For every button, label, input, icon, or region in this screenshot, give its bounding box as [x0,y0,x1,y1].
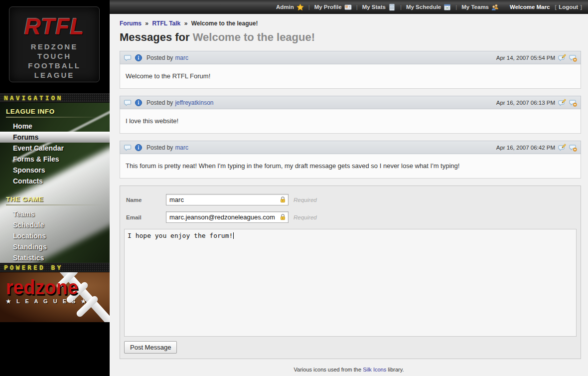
footer-text: library. [386,367,404,373]
main-content: Forums » RTFL Talk » Welcome to the leag… [110,14,588,376]
post-body: Welcome to the RTFL Forum! [120,64,581,89]
topbar-separator: | [400,4,402,10]
page-title: Messages for Welcome to the league! [120,31,581,44]
email-label: Email [126,214,166,220]
rtfl-logo[interactable]: RTFL REDZONE TOUCH FOOTBALL LEAGUE [9,6,100,82]
sidebar-item-forms-files[interactable]: Forms & Files [0,154,110,165]
footer: Various icons used from the Silk Icons l… [110,365,588,376]
sidebar-nav: LEAGUE INFO Home Forums Event Calendar F… [0,103,110,263]
topbar: Admin | My Profile | My Stats | My Sched… [110,0,588,14]
vcard-icon [344,3,352,11]
redzone-sub: ★ L E A G U E S ★ [6,298,88,305]
section-title-the-game: THE GAME [6,195,110,203]
breadcrumb-separator: » [184,20,188,27]
redzone-wordmark: redzone ★ L E A G U E S ★ [6,278,88,305]
message-textarea[interactable]: I hope you enjoy the forum! [124,229,577,337]
bracket: ] [580,4,582,10]
sidebar-item-event-calendar[interactable]: Event Calendar [0,143,110,154]
comment-delete-icon[interactable] [569,144,577,152]
breadcrumb-link-forums[interactable]: Forums [120,20,142,27]
sidebar-item-sponsors[interactable]: Sponsors [0,165,110,176]
comment-icon[interactable] [124,99,132,107]
sidebar-item-standings[interactable]: Standings [0,241,110,252]
breadcrumb-current: Welcome to the league! [191,20,258,27]
topbar-item-my-teams[interactable]: My Teams [461,3,499,11]
sidebar-item-contacts[interactable]: Contacts [0,176,110,187]
logout-label: Logout [559,4,578,10]
sidebar-field-background: LEAGUE INFO Home Forums Event Calendar F… [0,103,110,263]
sidebar-item-forums[interactable]: Forums [0,132,110,143]
navigation-banner: NAVIGATION [0,93,110,102]
topbar-item-my-profile[interactable]: My Profile [314,3,352,11]
forum-post: Posted by marc Apr 16, 2007 06:42 PM Thi… [120,141,581,179]
posted-by-label: Posted by [147,54,173,61]
footer-line-icons: Various icons used from the Silk Icons l… [110,365,588,375]
post-date: Apr 16, 2007 06:13 PM [496,100,555,106]
redzone-leagues-logo[interactable]: redzone ★ L E A G U E S ★ [0,272,110,322]
powered-by-banner: POWERED BY [0,263,110,272]
post-header: Posted by marc Apr 16, 2007 06:42 PM [120,141,581,154]
post-header: Posted by jeffreyatkinson Apr 16, 2007 0… [120,96,581,109]
comment-delete-icon[interactable] [569,99,577,107]
info-icon[interactable] [135,99,143,107]
calendar-icon [443,3,451,11]
post-date: Apr 16, 2007 06:42 PM [496,145,555,151]
email-input[interactable] [166,211,289,223]
breadcrumb: Forums » RTFL Talk » Welcome to the leag… [120,20,581,27]
email-row: Email Required [126,211,577,223]
page-title-topic: Welcome to the league! [193,31,315,43]
post-author-link[interactable]: jeffreyatkinson [175,99,213,106]
sidebar-item-teams[interactable]: Teams [0,208,110,219]
lock-icon [279,213,287,221]
logo-line: FOOTBALL [9,61,99,70]
lock-icon [279,196,287,203]
redzone-name: redzone [6,278,92,297]
section-divider [6,117,104,118]
logo-line: LEAGUE [9,70,99,80]
rtfl-logo-acronym: RTFL [9,13,99,40]
post-header: Posted by marc Apr 14, 2007 05:54 PM [120,51,581,64]
post-author-link[interactable]: marc [175,54,188,61]
post-date: Apr 14, 2007 05:54 PM [496,55,555,61]
topbar-label: My Stats [362,4,386,10]
topbar-label: My Teams [461,4,489,10]
sidebar: RTFL REDZONE TOUCH FOOTBALL LEAGUE NAVIG… [0,0,110,376]
comment-edit-icon[interactable] [558,144,566,152]
topbar-label: My Profile [314,4,342,10]
sidebar-item-schedule[interactable]: Schedule [0,219,110,230]
comment-icon[interactable] [124,144,132,152]
text-caret [233,232,234,239]
sidebar-item-home[interactable]: Home [0,121,110,132]
section-divider [6,204,104,205]
required-label: Required [294,197,317,203]
name-label: Name [126,197,166,203]
info-icon[interactable] [135,54,143,62]
comment-edit-icon[interactable] [558,99,566,107]
post-message-button[interactable]: Post Message [124,341,177,354]
star-icon [296,3,304,11]
name-input[interactable] [166,194,289,205]
logout-button[interactable]: [ Logout ] [555,4,582,10]
comment-icon[interactable] [124,54,132,62]
comment-delete-icon[interactable] [569,54,577,62]
logo-line: REDZONE [9,42,99,51]
bracket: [ [555,4,557,10]
post-author-link[interactable]: marc [175,144,188,151]
topbar-label: Admin [276,4,294,10]
page-title-prefix: Messages for [120,31,193,43]
topbar-item-my-stats[interactable]: My Stats [362,3,396,11]
welcome-text: Welcome Marc [510,4,550,10]
breadcrumb-link-rtfl-talk[interactable]: RTFL Talk [152,20,180,27]
sidebar-item-statistics[interactable]: Statistics [0,252,110,263]
post-body: This forum is pretty neat! When I'm typi… [120,154,581,179]
footer-text: Various icons used from the [294,367,363,373]
section-title-league-info: LEAGUE INFO [6,108,110,115]
required-label: Required [294,214,317,220]
comment-edit-icon[interactable] [558,54,566,62]
topbar-item-admin[interactable]: Admin [276,3,304,11]
topbar-separator: | [308,4,310,10]
sidebar-item-locations[interactable]: Locations [0,230,110,241]
topbar-item-my-schedule[interactable]: My Schedule [406,3,451,11]
info-icon[interactable] [135,144,143,152]
silk-icons-link[interactable]: Silk Icons [363,367,386,373]
